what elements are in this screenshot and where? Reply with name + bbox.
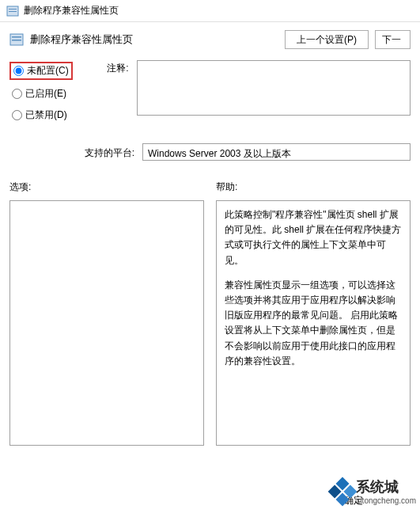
right-fields: 注释: 支持的平台: Windows Server 2003 及以上版本 [85, 60, 411, 161]
svg-rect-1 [9, 9, 17, 9]
options-panel [9, 200, 204, 446]
radio-not-configured-label: 未配置(C) [27, 64, 69, 78]
platform-value: Windows Server 2003 及以上版本 [142, 143, 411, 161]
help-panel: 此策略控制"程序兼容性"属性页 shell 扩展的可见性。此 shell 扩展在… [216, 200, 411, 446]
comment-input[interactable] [137, 60, 411, 116]
config-section: 未配置(C) 已启用(E) 已禁用(D) 注释: 支持的平台: Windows … [9, 60, 411, 161]
prev-setting-button[interactable]: 上一个设置(P) [285, 30, 369, 49]
radio-enabled-label: 已启用(E) [25, 87, 66, 101]
watermark-main: 系统城 [356, 477, 416, 496]
bottom-section: 选项: 帮助: 此策略控制"程序兼容性"属性页 shell 扩展的可见性。此 s… [9, 180, 411, 446]
options-column: 选项: [9, 180, 204, 446]
help-column: 帮助: 此策略控制"程序兼容性"属性页 shell 扩展的可见性。此 shell… [216, 180, 411, 446]
options-label: 选项: [9, 180, 204, 194]
radio-enabled-input[interactable] [12, 89, 22, 99]
help-para-2: 兼容性属性页显示一组选项，可以选择这些选项并将其应用于应用程序以解决影响旧版应用… [225, 278, 402, 369]
watermark: 系统城 xitongcheng.com [331, 477, 416, 505]
comment-label: 注释: [85, 60, 129, 75]
radio-disabled-input[interactable] [12, 110, 22, 120]
svg-rect-4 [12, 36, 21, 38]
radio-disabled-label: 已禁用(D) [25, 108, 67, 122]
window-title: 删除程序兼容性属性页 [24, 4, 119, 17]
page-title: 删除程序兼容性属性页 [30, 32, 278, 47]
platform-label: 支持的平台: [85, 145, 134, 160]
title-bar: 删除程序兼容性属性页 [0, 0, 420, 22]
next-setting-button[interactable]: 下一个 [375, 30, 411, 49]
watermark-logo-icon [327, 476, 359, 507]
help-para-1: 此策略控制"程序兼容性"属性页 shell 扩展的可见性。此 shell 扩展在… [225, 207, 402, 268]
help-label: 帮助: [216, 180, 411, 194]
header-row: 删除程序兼容性属性页 上一个设置(P) 下一个 [0, 22, 420, 60]
radio-not-configured[interactable]: 未配置(C) [9, 62, 73, 80]
policy-icon [9, 32, 24, 47]
radio-not-configured-input[interactable] [13, 66, 24, 76]
radio-enabled[interactable]: 已启用(E) [9, 86, 73, 101]
main-content: 未配置(C) 已启用(E) 已禁用(D) 注释: 支持的平台: Windows … [0, 60, 420, 446]
policy-icon [6, 5, 19, 17]
watermark-text: 系统城 xitongcheng.com [356, 477, 416, 505]
svg-rect-5 [12, 40, 21, 41]
watermark-sub: xitongcheng.com [356, 496, 416, 505]
radio-group: 未配置(C) 已启用(E) 已禁用(D) [9, 60, 73, 123]
radio-disabled[interactable]: 已禁用(D) [9, 108, 73, 123]
svg-rect-2 [9, 11, 17, 12]
comment-row: 注释: [85, 60, 411, 116]
platform-row: 支持的平台: Windows Server 2003 及以上版本 [85, 143, 411, 161]
